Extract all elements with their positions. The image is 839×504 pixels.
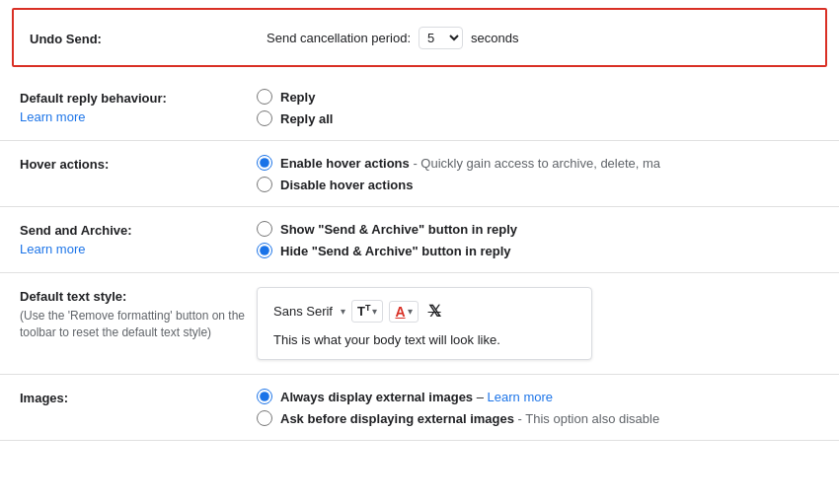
always-display-option[interactable]: Always display external images – Learn m… [257,389,819,404]
default-text-style-row: Default text style: (Use the 'Remove for… [0,273,839,375]
font-color-chevron: ▾ [408,306,413,317]
images-label: Images: [20,389,257,405]
send-archive-label: Send and Archive: Learn more [20,221,257,256]
reply-all-option[interactable]: Reply all [257,110,819,126]
hover-actions-content: Enable hover actions - Quickly gain acce… [257,155,819,192]
font-color-icon: A [395,304,405,320]
clear-formatting-button[interactable]: 𝕏 [424,300,445,323]
disable-hover-option[interactable]: Disable hover actions [257,177,819,192]
ask-before-desc: - This option also disable [518,411,660,426]
images-content: Always display external images – Learn m… [257,389,819,426]
default-reply-title: Default reply behaviour: [20,91,167,106]
reply-label: Reply [280,90,315,105]
cancellation-label: Send cancellation period: [267,31,411,45]
settings-container: Undo Send: Send cancellation period: 5 1… [0,8,839,441]
hover-actions-title: Hover actions: [20,157,109,172]
always-display-radio[interactable] [257,389,272,404]
show-send-archive-option[interactable]: Show "Send & Archive" button in reply [257,221,819,237]
hide-send-archive-text: Hide "Send & Archive" button in reply [280,244,511,258]
send-archive-title: Send and Archive: [20,223,132,238]
enable-hover-option[interactable]: Enable hover actions - Quickly gain acce… [257,155,819,171]
clear-formatting-icon: 𝕏 [428,302,441,321]
font-name-label: Sans Serif [273,304,333,319]
show-send-archive-text: Show "Send & Archive" button in reply [280,222,517,237]
font-size-icon: TT [357,303,370,319]
default-reply-label: Default reply behaviour: Learn more [20,89,257,124]
undo-send-content: Send cancellation period: 5 10 20 30 sec… [267,27,809,49]
enable-hover-desc: - Quickly gain access to archive, delete… [410,156,660,171]
enable-hover-text: Enable hover actions [280,156,410,171]
hover-actions-label: Hover actions: [20,155,257,172]
cancellation-period-select[interactable]: 5 10 20 30 [419,27,463,49]
reply-option[interactable]: Reply [257,89,819,105]
default-reply-row: Default reply behaviour: Learn more Repl… [0,75,839,141]
show-send-archive-label: Show "Send & Archive" button in reply [280,222,517,237]
font-color-button[interactable]: A ▾ [389,301,418,323]
disable-hover-text: Disable hover actions [280,178,413,192]
undo-send-label: Undo Send: [30,30,267,46]
show-send-archive-radio[interactable] [257,221,272,237]
always-display-label: Always display external images – Learn m… [280,390,553,404]
disable-hover-label: Disable hover actions [280,178,413,192]
hover-actions-row: Hover actions: Enable hover actions - Qu… [0,141,839,207]
ask-before-radio[interactable] [257,410,272,426]
undo-send-row: Undo Send: Send cancellation period: 5 1… [12,8,827,67]
images-title: Images: [20,391,68,405]
ask-before-label: Ask before displaying external images - … [280,411,659,426]
ask-before-option[interactable]: Ask before displaying external images - … [257,410,819,426]
seconds-label: seconds [471,31,518,45]
font-size-button[interactable]: TT ▾ [351,300,383,322]
font-size-chevron: ▾ [372,306,377,317]
text-style-preview: This is what your body text will look li… [273,332,575,347]
reply-radio[interactable] [257,89,272,105]
images-learn-more-link[interactable]: Learn more [488,390,553,404]
undo-send-title: Undo Send: [30,32,102,46]
font-dropdown-arrow: ▾ [341,306,345,317]
hide-send-archive-option[interactable]: Hide "Send & Archive" button in reply [257,243,819,258]
send-archive-content: Show "Send & Archive" button in reply Hi… [257,221,819,258]
enable-hover-label: Enable hover actions - Quickly gain acce… [280,156,660,171]
text-style-toolbar: Sans Serif ▾ TT ▾ A ▾ 𝕏 [273,300,575,323]
images-row: Images: Always display external images –… [0,375,839,441]
default-reply-content: Reply Reply all [257,89,819,126]
default-text-style-title: Default text style: [20,289,126,304]
default-text-style-content: Sans Serif ▾ TT ▾ A ▾ 𝕏 This is what you… [257,287,819,360]
hide-send-archive-label: Hide "Send & Archive" button in reply [280,244,511,258]
send-archive-learn-more[interactable]: Learn more [20,242,257,256]
disable-hover-radio[interactable] [257,177,272,192]
hide-send-archive-radio[interactable] [257,243,272,258]
reply-all-label: Reply all [280,111,333,126]
always-display-text: Always display external images [280,390,473,404]
text-style-box: Sans Serif ▾ TT ▾ A ▾ 𝕏 This is what you… [257,287,592,360]
enable-hover-radio[interactable] [257,155,272,171]
send-archive-row: Send and Archive: Learn more Show "Send … [0,207,839,273]
default-reply-learn-more[interactable]: Learn more [20,109,257,124]
ask-before-text: Ask before displaying external images [280,411,514,426]
reply-all-radio[interactable] [257,110,272,126]
default-text-style-note: (Use the 'Remove formatting' button on t… [20,308,257,341]
default-text-style-label: Default text style: (Use the 'Remove for… [20,287,257,341]
